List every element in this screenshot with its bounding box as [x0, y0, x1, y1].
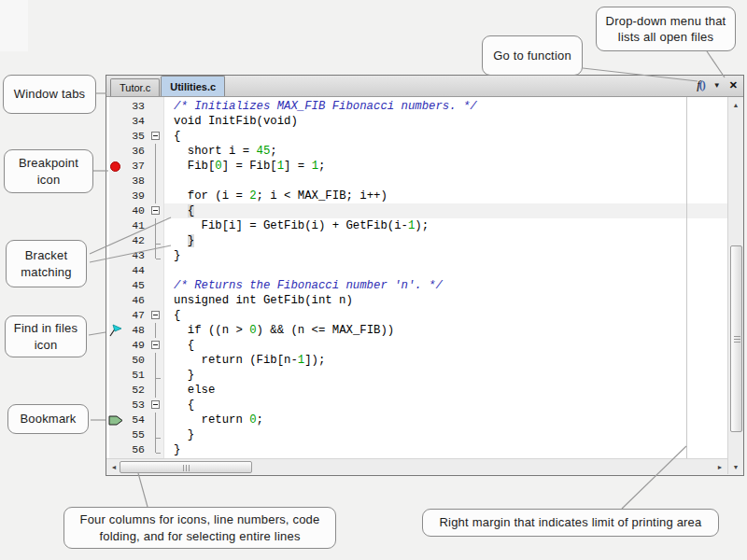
scroll-up-button[interactable]: ▲ — [728, 97, 743, 112]
icon-column[interactable] — [106, 278, 124, 293]
icon-column[interactable] — [106, 99, 124, 114]
fold-column[interactable] — [148, 278, 164, 293]
code-text[interactable]: { — [164, 338, 727, 353]
code-text[interactable]: Fib[0] = Fib[1] = 1; — [164, 159, 727, 174]
icon-column[interactable] — [106, 427, 124, 442]
code-text[interactable]: else — [164, 383, 727, 398]
fold-column[interactable] — [148, 323, 164, 338]
line-number[interactable]: 42 — [124, 233, 148, 248]
icon-column[interactable] — [106, 203, 124, 218]
icon-column[interactable] — [106, 398, 124, 413]
scroll-right-button[interactable]: ► — [712, 459, 727, 474]
fold-column[interactable] — [148, 293, 164, 308]
code-text[interactable]: } — [164, 233, 727, 248]
fold-column[interactable] — [148, 99, 164, 114]
tab-utilities-c[interactable]: Utilities.c — [161, 76, 225, 96]
code-text[interactable]: short i = 45; — [164, 144, 727, 159]
fold-collapse-box[interactable] — [151, 341, 160, 349]
icon-column[interactable] — [106, 308, 124, 323]
vertical-scrollbar-thumb[interactable] — [730, 245, 742, 432]
line-number[interactable]: 47 — [124, 308, 148, 323]
code-text[interactable]: return 0; — [164, 413, 727, 427]
line-number[interactable]: 45 — [124, 278, 148, 293]
code-text[interactable] — [164, 263, 727, 278]
fold-column[interactable] — [148, 189, 164, 203]
code-text[interactable]: { — [164, 203, 727, 218]
line-number[interactable]: 50 — [124, 353, 148, 368]
fold-column[interactable] — [148, 233, 164, 248]
fold-column[interactable] — [148, 174, 164, 189]
fold-column[interactable] — [148, 218, 164, 233]
horizontal-scrollbar-thumb[interactable] — [120, 461, 252, 473]
line-number[interactable]: 38 — [124, 174, 148, 189]
line-number[interactable]: 51 — [124, 368, 148, 383]
code-text[interactable]: { — [164, 308, 727, 323]
line-number[interactable]: 40 — [124, 203, 148, 218]
code-text[interactable]: if ((n > 0) && (n <= MAX_FIB)) — [164, 323, 727, 338]
icon-column[interactable] — [106, 159, 124, 174]
line-number[interactable]: 52 — [124, 383, 148, 398]
line-number[interactable]: 53 — [124, 398, 148, 413]
close-icon[interactable]: ✕ — [729, 79, 738, 91]
line-number[interactable]: 43 — [124, 248, 148, 263]
fold-column[interactable] — [148, 159, 164, 174]
icon-column[interactable] — [106, 248, 124, 263]
fold-column[interactable] — [148, 114, 164, 129]
line-number[interactable]: 34 — [124, 114, 148, 129]
icon-column[interactable] — [106, 114, 124, 129]
fold-column[interactable] — [148, 248, 164, 263]
fold-column[interactable] — [148, 383, 164, 398]
code-text[interactable]: /* Initializes MAX_FIB Fibonacci numbers… — [164, 99, 727, 114]
line-number[interactable]: 56 — [124, 442, 148, 457]
icon-column[interactable] — [106, 129, 124, 144]
fold-column[interactable] — [148, 413, 164, 427]
fold-column[interactable] — [148, 442, 164, 457]
breakpoint-icon[interactable] — [110, 161, 120, 172]
icon-column[interactable] — [106, 368, 124, 383]
code-text[interactable]: { — [164, 129, 727, 144]
icon-column[interactable] — [106, 189, 124, 203]
goto-function-icon[interactable]: f() — [697, 77, 705, 92]
fold-collapse-box[interactable] — [151, 206, 160, 215]
fold-column[interactable] — [148, 263, 164, 278]
line-number[interactable]: 35 — [124, 129, 148, 144]
fold-column[interactable] — [148, 427, 164, 442]
line-number[interactable]: 33 — [124, 99, 148, 114]
code-text[interactable]: for (i = 2; i < MAX_FIB; i++) — [164, 189, 727, 203]
fold-column[interactable] — [148, 353, 164, 368]
code-text[interactable]: } — [164, 427, 727, 442]
scroll-down-button[interactable]: ▼ — [728, 459, 743, 474]
fold-column[interactable] — [148, 308, 164, 323]
code-text[interactable]: return (Fib[n-1]); — [164, 353, 727, 368]
icon-column[interactable] — [106, 218, 124, 233]
line-number[interactable]: 46 — [124, 293, 148, 308]
icon-column[interactable] — [106, 233, 124, 248]
icon-column[interactable] — [106, 442, 124, 457]
vertical-scrollbar[interactable]: ▲ ▼ — [727, 97, 743, 474]
line-number[interactable]: 39 — [124, 189, 148, 203]
code-text[interactable]: /* Returns the Fibonacci number 'n'. */ — [164, 278, 727, 293]
icon-column[interactable] — [106, 338, 124, 353]
fold-column[interactable] — [148, 129, 164, 144]
icon-column[interactable] — [106, 383, 124, 398]
icon-column[interactable] — [106, 323, 124, 338]
line-number[interactable]: 36 — [124, 144, 148, 159]
horizontal-scrollbar[interactable]: ◄ ► — [106, 458, 727, 474]
tab-tutor-c[interactable]: Tutor.c — [110, 78, 160, 96]
code-text[interactable]: } — [164, 368, 727, 383]
icon-column[interactable] — [106, 174, 124, 189]
code-text[interactable]: } — [164, 442, 727, 457]
code-text[interactable]: } — [164, 248, 727, 263]
fold-column[interactable] — [148, 203, 164, 218]
code-text[interactable]: { — [164, 398, 727, 413]
fold-collapse-box[interactable] — [151, 311, 160, 319]
bookmark-icon[interactable] — [108, 414, 123, 427]
code-viewport[interactable]: 33/* Initializes MAX_FIB Fibonacci numbe… — [106, 97, 727, 458]
code-text[interactable]: Fib[i] = GetFib(i) + GetFib(i-1); — [164, 218, 727, 233]
fold-column[interactable] — [148, 398, 164, 413]
code-text[interactable] — [164, 174, 727, 189]
line-number[interactable]: 41 — [124, 218, 148, 233]
line-number[interactable]: 55 — [124, 427, 148, 442]
line-number[interactable]: 44 — [124, 263, 148, 278]
line-number[interactable]: 49 — [124, 338, 148, 353]
